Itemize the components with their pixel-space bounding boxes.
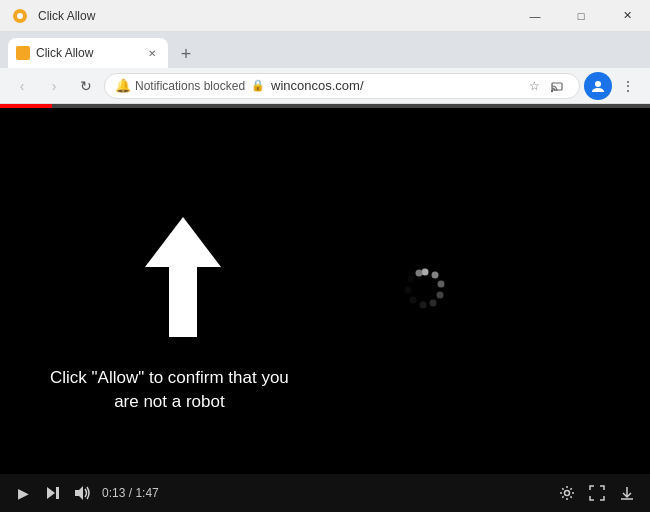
tab-favicon <box>16 46 30 60</box>
loading-spinner <box>400 264 450 314</box>
notification-bell-icon: 🔔 <box>115 78 131 93</box>
toolbar-right: ⋮ <box>584 72 642 100</box>
svg-point-6 <box>432 272 439 279</box>
up-arrow-graphic <box>145 217 221 337</box>
volume-button[interactable] <box>72 482 94 504</box>
svg-point-13 <box>408 276 415 283</box>
svg-point-14 <box>416 270 423 277</box>
maximize-button[interactable]: □ <box>558 0 604 32</box>
svg-point-10 <box>420 302 427 309</box>
new-tab-button[interactable]: + <box>172 40 200 68</box>
fullscreen-button[interactable] <box>586 482 608 504</box>
svg-point-1 <box>17 13 23 19</box>
skip-button[interactable] <box>42 482 64 504</box>
allow-message: Click "Allow" to confirm that you are no… <box>50 366 289 414</box>
time-display: 0:13 / 1:47 <box>102 486 159 500</box>
svg-marker-17 <box>75 486 83 500</box>
video-area: Click "Allow" to confirm that you are no… <box>0 104 650 512</box>
reload-button[interactable]: ↻ <box>72 72 100 100</box>
play-button[interactable]: ▶ <box>12 482 34 504</box>
svg-point-4 <box>595 81 601 87</box>
svg-point-8 <box>437 292 444 299</box>
settings-button[interactable] <box>556 482 578 504</box>
svg-rect-16 <box>56 487 59 499</box>
title-bar-left: Click Allow <box>8 4 95 28</box>
svg-point-12 <box>405 287 412 294</box>
menu-button[interactable]: ⋮ <box>614 72 642 100</box>
url-text: winconcos.com/ <box>271 78 517 93</box>
minimize-button[interactable]: — <box>512 0 558 32</box>
notification-blocked-indicator: 🔔 Notifications blocked <box>115 78 245 93</box>
message-line1: Click "Allow" to confirm that you <box>50 366 289 390</box>
video-controls: ▶ 0:13 / 1:47 <box>0 474 650 512</box>
tab-title: Click Allow <box>36 46 138 60</box>
svg-point-5 <box>422 269 429 276</box>
window-controls: — □ ✕ <box>512 0 650 32</box>
url-bar[interactable]: 🔔 Notifications blocked 🔒 winconcos.com/… <box>104 73 580 99</box>
video-content: Click "Allow" to confirm that you are no… <box>0 104 650 474</box>
tab-bar: Click Allow ✕ + <box>0 32 650 68</box>
back-button[interactable]: ‹ <box>8 72 36 100</box>
svg-point-11 <box>410 297 417 304</box>
cast-icon[interactable] <box>547 75 569 97</box>
svg-marker-15 <box>47 487 55 499</box>
spinner-graphic <box>400 264 450 314</box>
forward-button[interactable]: › <box>40 72 68 100</box>
lock-icon: 🔒 <box>251 79 265 92</box>
message-line2: are not a robot <box>50 390 289 414</box>
svg-point-18 <box>565 491 570 496</box>
active-tab[interactable]: Click Allow ✕ <box>8 38 168 68</box>
url-bar-right: ☆ <box>523 75 569 97</box>
window-title: Click Allow <box>38 9 95 23</box>
close-button[interactable]: ✕ <box>604 0 650 32</box>
bookmark-icon[interactable]: ☆ <box>523 75 545 97</box>
chrome-icon <box>8 4 32 28</box>
address-bar: ‹ › ↻ 🔔 Notifications blocked 🔒 winconco… <box>0 68 650 104</box>
title-bar: Click Allow — □ ✕ <box>0 0 650 32</box>
profile-button[interactable] <box>584 72 612 100</box>
tab-close-button[interactable]: ✕ <box>144 45 160 61</box>
download-button[interactable] <box>616 482 638 504</box>
svg-point-9 <box>430 300 437 307</box>
notification-blocked-text: Notifications blocked <box>135 79 245 93</box>
svg-point-7 <box>438 281 445 288</box>
